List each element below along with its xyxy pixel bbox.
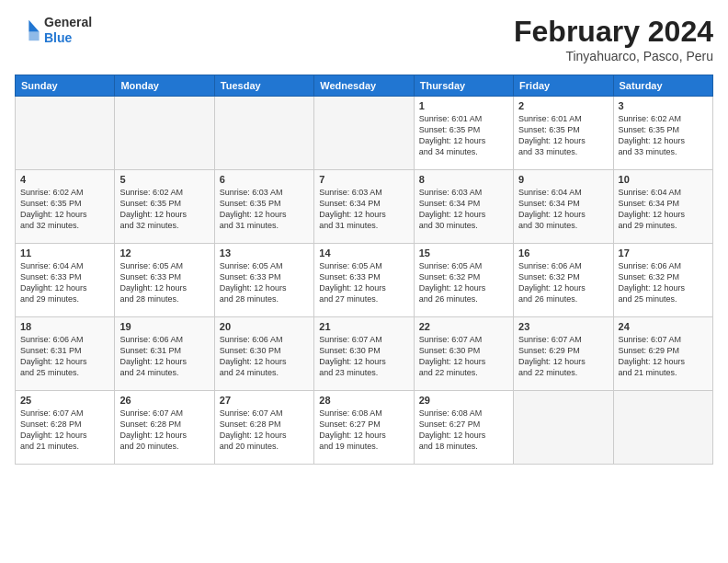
calendar-cell: 29Sunrise: 6:08 AMSunset: 6:27 PMDayligh… [414, 391, 513, 465]
day-info: Sunrise: 6:03 AMSunset: 6:35 PMDaylight:… [220, 187, 309, 232]
calendar-cell: 4Sunrise: 6:02 AMSunset: 6:35 PMDaylight… [16, 170, 115, 244]
calendar-cell: 21Sunrise: 6:07 AMSunset: 6:30 PMDayligh… [314, 317, 414, 391]
calendar-cell [214, 97, 313, 170]
day-info: Sunrise: 6:04 AMSunset: 6:33 PMDaylight:… [20, 260, 109, 305]
calendar-cell: 20Sunrise: 6:06 AMSunset: 6:30 PMDayligh… [214, 317, 313, 391]
calendar-cell: 17Sunrise: 6:06 AMSunset: 6:32 PMDayligh… [613, 244, 712, 317]
day-info: Sunrise: 6:02 AMSunset: 6:35 PMDaylight:… [619, 113, 708, 158]
calendar-cell: 23Sunrise: 6:07 AMSunset: 6:29 PMDayligh… [514, 317, 613, 391]
day-info: Sunrise: 6:06 AMSunset: 6:31 PMDaylight:… [119, 334, 209, 379]
day-info: Sunrise: 6:07 AMSunset: 6:28 PMDaylight:… [20, 408, 109, 453]
day-info: Sunrise: 6:07 AMSunset: 6:28 PMDaylight:… [220, 408, 309, 453]
calendar-cell [613, 391, 712, 465]
calendar-cell: 13Sunrise: 6:05 AMSunset: 6:33 PMDayligh… [214, 244, 313, 317]
calendar-cell: 15Sunrise: 6:05 AMSunset: 6:32 PMDayligh… [414, 244, 513, 317]
day-number: 5 [119, 174, 209, 185]
calendar-week-row: 4Sunrise: 6:02 AMSunset: 6:35 PMDaylight… [16, 170, 713, 244]
day-info: Sunrise: 6:05 AMSunset: 6:33 PMDaylight:… [319, 260, 408, 305]
calendar-day-header: Monday [115, 75, 214, 97]
calendar-cell: 19Sunrise: 6:06 AMSunset: 6:31 PMDayligh… [115, 317, 214, 391]
calendar-table: SundayMondayTuesdayWednesdayThursdayFrid… [15, 75, 713, 465]
day-info: Sunrise: 6:06 AMSunset: 6:32 PMDaylight:… [518, 260, 608, 305]
day-info: Sunrise: 6:01 AMSunset: 6:35 PMDaylight:… [518, 113, 608, 158]
day-number: 10 [619, 174, 708, 185]
day-number: 19 [119, 321, 209, 332]
calendar-cell: 10Sunrise: 6:04 AMSunset: 6:34 PMDayligh… [613, 170, 712, 244]
day-number: 28 [319, 395, 408, 406]
calendar-cell: 2Sunrise: 6:01 AMSunset: 6:35 PMDaylight… [514, 97, 613, 170]
day-number: 17 [619, 247, 708, 259]
day-number: 18 [20, 321, 109, 332]
day-info: Sunrise: 6:05 AMSunset: 6:33 PMDaylight:… [220, 260, 309, 305]
day-number: 20 [220, 321, 309, 332]
day-number: 4 [20, 174, 109, 185]
day-info: Sunrise: 6:05 AMSunset: 6:32 PMDaylight:… [419, 260, 508, 305]
logo-text: General Blue [44, 15, 92, 46]
calendar-cell: 26Sunrise: 6:07 AMSunset: 6:28 PMDayligh… [115, 391, 214, 465]
calendar-cell [16, 97, 115, 170]
calendar-day-header: Sunday [16, 75, 115, 97]
day-info: Sunrise: 6:07 AMSunset: 6:30 PMDaylight:… [419, 334, 508, 379]
calendar-cell: 18Sunrise: 6:06 AMSunset: 6:31 PMDayligh… [16, 317, 115, 391]
calendar-week-row: 25Sunrise: 6:07 AMSunset: 6:28 PMDayligh… [16, 391, 713, 465]
day-number: 16 [518, 247, 608, 259]
calendar-cell: 8Sunrise: 6:03 AMSunset: 6:34 PMDaylight… [414, 170, 513, 244]
day-info: Sunrise: 6:02 AMSunset: 6:35 PMDaylight:… [20, 187, 109, 232]
day-info: Sunrise: 6:08 AMSunset: 6:27 PMDaylight:… [419, 408, 508, 453]
day-info: Sunrise: 6:03 AMSunset: 6:34 PMDaylight:… [419, 187, 508, 232]
calendar-week-row: 11Sunrise: 6:04 AMSunset: 6:33 PMDayligh… [16, 244, 713, 317]
calendar-day-header: Saturday [613, 75, 712, 97]
day-number: 12 [119, 247, 209, 259]
day-info: Sunrise: 6:07 AMSunset: 6:29 PMDaylight:… [518, 334, 608, 379]
calendar-day-header: Friday [514, 75, 613, 97]
calendar-cell [314, 97, 414, 170]
calendar-cell: 3Sunrise: 6:02 AMSunset: 6:35 PMDaylight… [613, 97, 712, 170]
calendar-header-row: SundayMondayTuesdayWednesdayThursdayFrid… [16, 75, 713, 97]
calendar-cell: 7Sunrise: 6:03 AMSunset: 6:34 PMDaylight… [314, 170, 414, 244]
calendar-cell: 6Sunrise: 6:03 AMSunset: 6:35 PMDaylight… [214, 170, 313, 244]
day-number: 9 [518, 174, 608, 185]
day-info: Sunrise: 6:03 AMSunset: 6:34 PMDaylight:… [319, 187, 408, 232]
calendar-cell: 27Sunrise: 6:07 AMSunset: 6:28 PMDayligh… [214, 391, 313, 465]
calendar-body: 1Sunrise: 6:01 AMSunset: 6:35 PMDaylight… [16, 97, 713, 465]
day-number: 8 [419, 174, 508, 185]
calendar-cell: 22Sunrise: 6:07 AMSunset: 6:30 PMDayligh… [414, 317, 513, 391]
day-info: Sunrise: 6:04 AMSunset: 6:34 PMDaylight:… [619, 187, 708, 232]
day-number: 21 [319, 321, 408, 332]
page-title: February 2024 [514, 15, 713, 49]
day-info: Sunrise: 6:05 AMSunset: 6:33 PMDaylight:… [119, 260, 209, 305]
calendar-cell [115, 97, 214, 170]
day-info: Sunrise: 6:06 AMSunset: 6:30 PMDaylight:… [220, 334, 309, 379]
day-number: 3 [619, 100, 708, 111]
calendar-cell [514, 391, 613, 465]
svg-marker-0 [28, 20, 39, 32]
day-info: Sunrise: 6:07 AMSunset: 6:28 PMDaylight:… [119, 408, 209, 453]
day-info: Sunrise: 6:01 AMSunset: 6:35 PMDaylight:… [419, 113, 508, 158]
calendar-day-header: Thursday [414, 75, 513, 97]
day-number: 2 [518, 100, 608, 111]
calendar-cell: 28Sunrise: 6:08 AMSunset: 6:27 PMDayligh… [314, 391, 414, 465]
day-info: Sunrise: 6:04 AMSunset: 6:34 PMDaylight:… [518, 187, 608, 232]
day-number: 6 [220, 174, 309, 185]
calendar-cell: 14Sunrise: 6:05 AMSunset: 6:33 PMDayligh… [314, 244, 414, 317]
day-number: 23 [518, 321, 608, 332]
calendar-week-row: 1Sunrise: 6:01 AMSunset: 6:35 PMDaylight… [16, 97, 713, 170]
day-number: 24 [619, 321, 708, 332]
logo-icon [15, 17, 40, 43]
day-number: 25 [20, 395, 109, 406]
day-number: 11 [20, 247, 109, 259]
day-info: Sunrise: 6:02 AMSunset: 6:35 PMDaylight:… [119, 187, 209, 232]
day-number: 29 [419, 395, 508, 406]
day-info: Sunrise: 6:07 AMSunset: 6:30 PMDaylight:… [319, 334, 408, 379]
day-number: 1 [419, 100, 508, 111]
calendar-cell: 5Sunrise: 6:02 AMSunset: 6:35 PMDaylight… [115, 170, 214, 244]
day-number: 22 [419, 321, 508, 332]
day-info: Sunrise: 6:06 AMSunset: 6:31 PMDaylight:… [20, 334, 109, 379]
calendar-cell: 25Sunrise: 6:07 AMSunset: 6:28 PMDayligh… [16, 391, 115, 465]
day-number: 13 [220, 247, 309, 259]
day-number: 14 [319, 247, 408, 259]
page-subtitle: Tinyahuarco, Pasco, Peru [514, 49, 713, 63]
day-number: 7 [319, 174, 408, 185]
page-header: General Blue February 2024 Tinyahuarco, … [15, 15, 713, 63]
day-info: Sunrise: 6:07 AMSunset: 6:29 PMDaylight:… [619, 334, 708, 379]
